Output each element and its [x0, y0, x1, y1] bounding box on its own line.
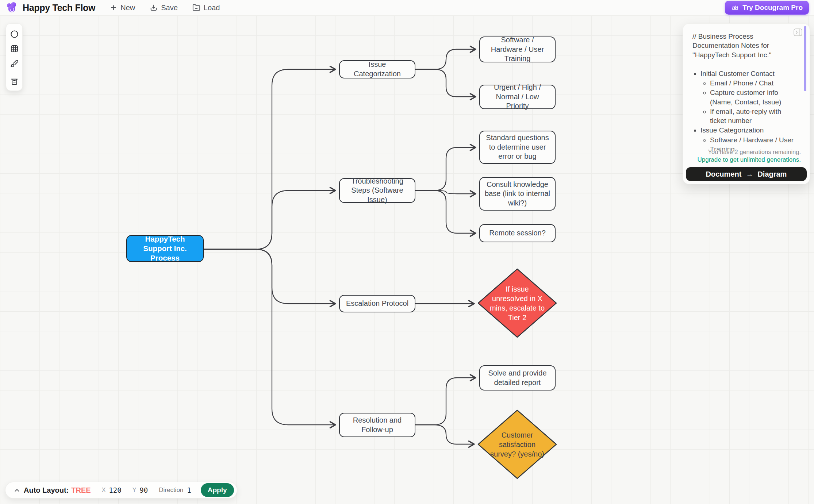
chevron-up-icon [14, 488, 20, 492]
brush-tool-button[interactable] [6, 56, 22, 70]
node-escalate-tier2[interactable]: If issue unresolved in X mins, escalate … [476, 267, 558, 339]
node-survey-label: Customer satisfaction survey? (yes/no) [487, 408, 548, 480]
node-root[interactable]: HappyTech Support Inc. Process [126, 235, 204, 262]
tool-palette [6, 23, 23, 91]
auto-layout-bar: Auto Layout: TREE X 120 Y 90 Direction 1… [5, 482, 237, 499]
direction-value[interactable]: 1 [187, 486, 191, 494]
notes-subitem: Capture customer info (Name, Contact, Is… [710, 88, 799, 107]
notes-panel: // Business Process Documentation Notes … [683, 23, 810, 184]
convert-from-label: Document [706, 170, 742, 178]
panel-scrollbar-thumb[interactable] [804, 26, 806, 91]
notes-editor[interactable]: // Business Process Documentation Notes … [683, 24, 810, 152]
node-survey[interactable]: Customer satisfaction survey? (yes/no) [476, 408, 558, 480]
ellipse-tool-button[interactable] [6, 27, 22, 41]
notes-title: // Business Process Documentation Notes … [692, 32, 799, 59]
try-pro-label: Try Docugram Pro [742, 4, 803, 12]
collapse-right-icon [794, 28, 802, 36]
load-button-label: Load [204, 4, 220, 12]
collapse-bar-button[interactable] [13, 486, 21, 494]
app-logo-icon [5, 1, 18, 14]
grid-icon [10, 45, 19, 53]
arrow-right-icon: → [746, 170, 753, 178]
node-consult-kb[interactable]: Consult knowledge base (link to internal… [479, 177, 556, 211]
x-spacing-value[interactable]: 120 [109, 486, 121, 494]
app-header: Happy Tech Flow New Save Load Try Docugr… [0, 0, 814, 16]
document-to-diagram-button[interactable]: Document → Diagram [686, 167, 807, 181]
notes-footer: You have 2 generations remaining. Upgrad… [683, 146, 810, 184]
layout-mode-value[interactable]: TREE [71, 486, 91, 495]
upgrade-link[interactable]: Upgrade to get unlimited generations. [686, 156, 807, 163]
load-button[interactable]: Load [192, 4, 220, 12]
y-spacing-value[interactable]: 90 [139, 486, 148, 494]
try-pro-button[interactable]: Try Docugram Pro [725, 1, 809, 15]
generations-remaining-text: You have 2 generations remaining. [686, 149, 807, 155]
node-resolution[interactable]: Resolution and Follow-up [339, 413, 415, 437]
brush-icon [10, 59, 19, 68]
auto-layout-label: Auto Layout: [24, 486, 69, 495]
node-issue-categorization[interactable]: Issue Categorization [339, 60, 415, 78]
notes-list: Initial Customer Contact Email / Phone /… [692, 69, 799, 152]
node-escalate-tier2-label: If issue unresolved in X mins, escalate … [487, 267, 548, 339]
node-escalation[interactable]: Escalation Protocol [339, 295, 415, 312]
new-button[interactable]: New [110, 4, 135, 12]
y-spacing-label: Y [133, 487, 137, 493]
save-icon [150, 4, 158, 12]
node-remote-session[interactable]: Remote session? [479, 224, 556, 242]
x-spacing-label: X [102, 487, 106, 493]
trash-icon [10, 77, 19, 85]
node-software-hardware[interactable]: Software / Hardware / User Training [479, 36, 556, 62]
notes-subitem: If email, auto-reply with ticket number [710, 107, 799, 126]
delete-tool-button[interactable] [6, 74, 22, 88]
new-button-label: New [120, 4, 135, 12]
save-button-label: Save [161, 4, 178, 12]
save-button[interactable]: Save [150, 4, 178, 12]
folder-icon [192, 4, 200, 12]
crown-icon [731, 4, 739, 12]
notes-subitem: Email / Phone / Chat [710, 78, 799, 88]
panel-collapse-button[interactable] [794, 28, 802, 38]
apply-button[interactable]: Apply [201, 483, 234, 497]
app-title: Happy Tech Flow [23, 3, 95, 13]
node-troubleshooting[interactable]: Troubleshooting Steps (Software Issue) [339, 178, 415, 203]
node-standard-questions[interactable]: Standard questions to determine user err… [479, 131, 556, 164]
ellipse-icon [10, 30, 19, 38]
notes-item: Initial Customer Contact Email / Phone /… [700, 69, 799, 126]
direction-label: Direction [159, 486, 183, 494]
grid-tool-button[interactable] [6, 41, 22, 56]
node-solve-report[interactable]: Solve and provide detailed report [479, 365, 556, 390]
toolbar-divider [6, 72, 22, 72]
plus-icon [110, 4, 117, 11]
convert-to-label: Diagram [757, 170, 787, 178]
node-urgent-priority[interactable]: Urgent / High / Normal / Low Priority [479, 85, 556, 109]
